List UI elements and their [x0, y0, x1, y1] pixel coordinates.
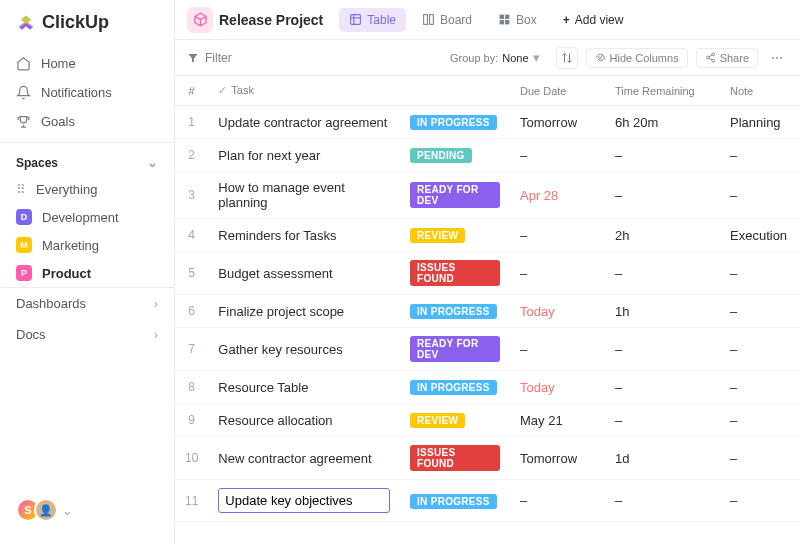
due-date-cell[interactable]: Today — [510, 371, 605, 404]
dashboards-section[interactable]: Dashboards › — [0, 287, 174, 319]
remaining-cell[interactable]: 6h 20m — [605, 106, 720, 139]
task-name-cell[interactable]: Finalize project scope — [208, 295, 400, 328]
col-note[interactable]: Note — [720, 76, 800, 106]
remaining-cell[interactable]: – — [605, 172, 720, 219]
due-date-cell[interactable]: Today — [510, 295, 605, 328]
status-badge[interactable]: IN PROGRESS — [410, 494, 497, 509]
task-name-cell[interactable]: How to manage event planning — [208, 172, 400, 219]
sort-button[interactable] — [556, 47, 578, 69]
status-badge[interactable]: PENDING — [410, 148, 472, 163]
space-item-development[interactable]: DDevelopment — [0, 203, 174, 231]
remaining-cell[interactable]: 1d — [605, 437, 720, 480]
nav-home[interactable]: Home — [0, 49, 174, 78]
task-name-cell[interactable]: Reminders for Tasks — [208, 219, 400, 252]
table-row[interactable]: 2 Plan for next year PENDING – – – — [175, 139, 800, 172]
table-row[interactable]: 1 Update contractor agreement IN PROGRES… — [175, 106, 800, 139]
remaining-cell[interactable]: – — [605, 139, 720, 172]
view-tab-board[interactable]: Board — [412, 8, 482, 32]
status-badge[interactable]: REVIEW — [410, 413, 465, 428]
note-cell[interactable]: Planning — [720, 106, 800, 139]
group-by-dropdown[interactable]: Group by: None ▾ — [442, 47, 548, 68]
table-row[interactable]: 10 New contractor agreement ISSUES FOUND… — [175, 437, 800, 480]
view-tab-box[interactable]: Box — [488, 8, 547, 32]
nav-notifications[interactable]: Notifications — [0, 78, 174, 107]
status-badge[interactable]: IN PROGRESS — [410, 380, 497, 395]
task-name-cell[interactable]: Update contractor agreement — [208, 106, 400, 139]
note-cell[interactable]: – — [720, 252, 800, 295]
status-badge[interactable]: REVIEW — [410, 228, 465, 243]
more-button[interactable]: ⋯ — [766, 47, 788, 69]
task-name-input[interactable] — [218, 488, 390, 513]
task-name-cell[interactable]: Gather key resources — [208, 328, 400, 371]
note-cell[interactable]: Execution — [720, 219, 800, 252]
task-name-cell[interactable]: Resource allocation — [208, 404, 400, 437]
table-row[interactable]: 6 Finalize project scope IN PROGRESS Tod… — [175, 295, 800, 328]
table-row[interactable]: 3 How to manage event planning READY FOR… — [175, 172, 800, 219]
avatar[interactable]: 👤 — [34, 498, 58, 522]
space-everything[interactable]: ⠿ Everything — [0, 176, 174, 203]
view-tab-table[interactable]: Table — [339, 8, 406, 32]
docs-section[interactable]: Docs › — [0, 319, 174, 350]
col-task[interactable]: ✓Task — [208, 76, 400, 106]
status-badge[interactable]: ISSUES FOUND — [410, 260, 500, 286]
status-badge[interactable]: ISSUES FOUND — [410, 445, 500, 471]
due-date-cell[interactable]: – — [510, 480, 605, 522]
remaining-cell[interactable]: – — [605, 404, 720, 437]
task-name-cell[interactable]: Plan for next year — [208, 139, 400, 172]
table-row[interactable]: 8 Resource Table IN PROGRESS Today – – — [175, 371, 800, 404]
note-cell[interactable]: – — [720, 328, 800, 371]
note-cell[interactable]: – — [720, 295, 800, 328]
due-date-cell[interactable]: – — [510, 328, 605, 371]
due-date-cell[interactable]: May 21 — [510, 404, 605, 437]
status-badge[interactable]: READY FOR DEV — [410, 336, 500, 362]
task-name-cell[interactable]: New contractor agreement — [208, 437, 400, 480]
due-date-cell[interactable]: – — [510, 219, 605, 252]
table-row[interactable]: 11 IN PROGRESS – – – — [175, 480, 800, 522]
project-icon[interactable] — [187, 7, 213, 33]
chevron-down-icon[interactable]: ⌄ — [62, 503, 73, 518]
space-item-marketing[interactable]: MMarketing — [0, 231, 174, 259]
user-avatars[interactable]: S 👤 ⌄ — [0, 488, 174, 532]
remaining-cell[interactable]: 2h — [605, 219, 720, 252]
due-date-cell[interactable]: Apr 28 — [510, 172, 605, 219]
col-remaining[interactable]: Time Remaining — [605, 76, 720, 106]
due-date-cell[interactable]: Tomorrow — [510, 437, 605, 480]
col-due[interactable]: Due Date — [510, 76, 605, 106]
remaining-cell[interactable]: – — [605, 252, 720, 295]
col-num[interactable]: # — [175, 76, 208, 106]
table-row[interactable]: 4 Reminders for Tasks REVIEW – 2h Execut… — [175, 219, 800, 252]
project-title[interactable]: Release Project — [219, 12, 323, 28]
note-cell[interactable]: – — [720, 404, 800, 437]
table-row[interactable]: 5 Budget assessment ISSUES FOUND – – – — [175, 252, 800, 295]
status-badge[interactable]: IN PROGRESS — [410, 304, 497, 319]
hide-columns-button[interactable]: Hide Columns — [586, 48, 688, 68]
note-cell[interactable]: – — [720, 172, 800, 219]
sidebar: ClickUp Home Notifications Goals Spaces … — [0, 0, 175, 544]
task-name-cell[interactable]: Budget assessment — [208, 252, 400, 295]
spaces-header[interactable]: Spaces ⌄ — [0, 145, 174, 176]
task-name-cell[interactable]: Resource Table — [208, 371, 400, 404]
space-item-product[interactable]: PProduct — [0, 259, 174, 287]
status-badge[interactable]: IN PROGRESS — [410, 115, 497, 130]
note-cell[interactable]: – — [720, 371, 800, 404]
hide-columns-label: Hide Columns — [610, 52, 679, 64]
share-button[interactable]: Share — [696, 48, 758, 68]
table-row[interactable]: 9 Resource allocation REVIEW May 21 – – — [175, 404, 800, 437]
filter-button[interactable]: Filter — [205, 51, 232, 65]
remaining-cell[interactable]: – — [605, 371, 720, 404]
status-badge[interactable]: READY FOR DEV — [410, 182, 500, 208]
due-date-cell[interactable]: Tomorrow — [510, 106, 605, 139]
col-status[interactable] — [400, 76, 510, 106]
note-cell[interactable]: – — [720, 480, 800, 522]
brand-logo[interactable]: ClickUp — [0, 12, 174, 49]
due-date-cell[interactable]: – — [510, 252, 605, 295]
remaining-cell[interactable]: 1h — [605, 295, 720, 328]
note-cell[interactable]: – — [720, 437, 800, 480]
add-view-button[interactable]: + Add view — [553, 8, 634, 32]
remaining-cell[interactable]: – — [605, 328, 720, 371]
note-cell[interactable]: – — [720, 139, 800, 172]
nav-goals[interactable]: Goals — [0, 107, 174, 136]
remaining-cell[interactable]: – — [605, 480, 720, 522]
due-date-cell[interactable]: – — [510, 139, 605, 172]
table-row[interactable]: 7 Gather key resources READY FOR DEV – –… — [175, 328, 800, 371]
